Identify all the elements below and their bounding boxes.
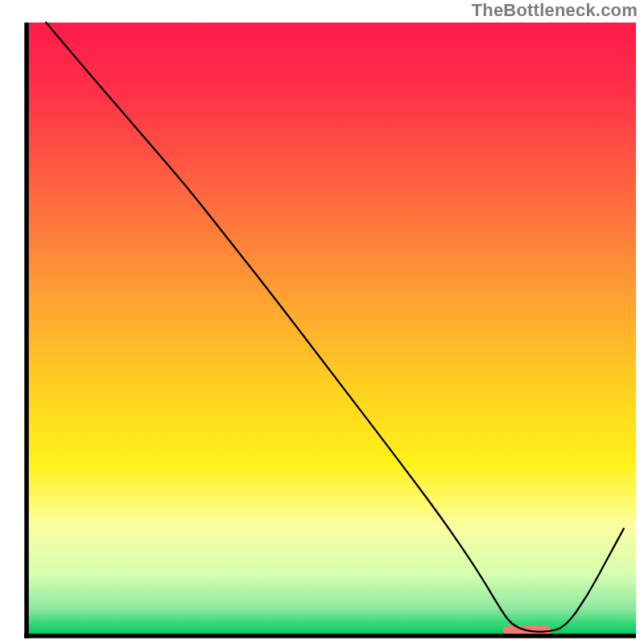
plot-background: [27, 23, 636, 636]
bottleneck-chart: [0, 0, 644, 644]
chart-stage: TheBottleneck.com: [0, 0, 644, 644]
